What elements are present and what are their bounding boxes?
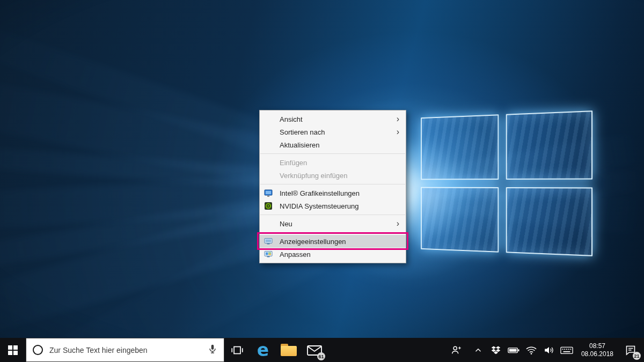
wifi-icon: [525, 344, 537, 356]
intel-graphics-icon: [264, 189, 276, 197]
windows-desktop: Ansicht › Sortieren nach › Aktualisieren…: [0, 0, 644, 362]
action-center-button[interactable]: 21: [621, 338, 640, 362]
menu-item-label: Anzeigeeinstellungen: [280, 238, 399, 246]
menu-item-label: Einfügen: [280, 159, 399, 167]
network-tray-button[interactable]: [525, 338, 538, 362]
task-view-button[interactable]: [224, 338, 250, 362]
blank-icon: [264, 158, 276, 167]
mail-badge: 61: [317, 352, 325, 360]
volume-tray-button[interactable]: [543, 338, 555, 362]
menu-item-verknuepfung-einfuegen: Verknüpfung einfügen: [260, 169, 406, 182]
people-button[interactable]: [450, 338, 463, 362]
nvidia-icon: [264, 202, 276, 210]
menu-item-anzeigeeinstellungen[interactable]: Anzeigeeinstellungen: [260, 235, 406, 248]
touch-keyboard-icon: [560, 344, 573, 356]
display-settings-icon: [264, 237, 276, 246]
windows-start-icon: [8, 345, 18, 355]
chevron-up-icon: [473, 345, 483, 355]
battery-tray-button[interactable]: [507, 338, 520, 362]
menu-separator: [260, 153, 405, 154]
taskbar-clock[interactable]: 08:57 08.06.2018: [578, 342, 617, 358]
blank-icon: [264, 171, 276, 180]
menu-item-label: Sortieren nach: [280, 128, 392, 136]
people-icon: [450, 344, 462, 356]
submenu-arrow-icon: ›: [397, 219, 399, 228]
blank-icon: [264, 141, 276, 149]
search-input[interactable]: [49, 346, 207, 354]
clock-time: 08:57: [581, 342, 613, 350]
menu-item-label: Ansicht: [280, 115, 392, 123]
menu-item-sortieren-nach[interactable]: Sortieren nach ›: [260, 125, 406, 138]
blank-icon: [264, 128, 276, 136]
menu-item-label: Neu: [280, 220, 392, 228]
menu-item-label: Verknüpfung einfügen: [280, 172, 399, 180]
submenu-arrow-icon: ›: [397, 115, 399, 123]
battery-icon: [507, 344, 520, 356]
menu-separator: [260, 184, 405, 184]
menu-item-intel-grafikeinstellungen[interactable]: Intel® Grafikeinstellungen: [260, 187, 406, 200]
touch-keyboard-button[interactable]: [560, 338, 573, 362]
edge-taskbar-button[interactable]: e: [250, 338, 276, 362]
menu-item-label: Intel® Grafikeinstellungen: [280, 189, 399, 197]
show-hidden-icons-button[interactable]: [472, 338, 485, 362]
blank-icon: [264, 115, 276, 123]
menu-item-einfuegen: Einfügen: [260, 156, 406, 169]
cortana-icon[interactable]: [33, 345, 43, 355]
blank-icon: [264, 219, 276, 228]
menu-item-anpassen[interactable]: Anpassen: [260, 248, 406, 261]
file-explorer-taskbar-button[interactable]: [276, 338, 302, 362]
folder-icon: [281, 344, 297, 356]
menu-item-ansicht[interactable]: Ansicht ›: [260, 113, 406, 125]
mail-taskbar-button[interactable]: 61: [302, 338, 327, 362]
menu-item-label: Anpassen: [280, 250, 399, 258]
taskbar-search[interactable]: [26, 338, 224, 362]
edge-icon: e: [257, 341, 269, 359]
menu-separator: [260, 232, 405, 233]
menu-separator: [260, 215, 405, 215]
action-center-badge: 21: [633, 352, 641, 360]
submenu-arrow-icon: ›: [397, 128, 399, 136]
personalization-icon: [264, 250, 276, 258]
menu-item-neu[interactable]: Neu ›: [260, 217, 406, 230]
clock-date: 08.06.2018: [581, 350, 613, 358]
system-tray: 08:57 08.06.2018 21: [450, 338, 644, 362]
dropbox-icon: [491, 345, 501, 356]
desktop-context-menu: Ansicht › Sortieren nach › Aktualisieren…: [259, 110, 406, 263]
microphone-icon[interactable]: [207, 343, 218, 358]
menu-item-label: Aktualisieren: [280, 141, 399, 149]
start-button[interactable]: [0, 338, 26, 362]
volume-icon: [543, 344, 555, 356]
menu-item-label: NVIDIA Systemsteuerung: [280, 202, 399, 210]
menu-item-nvidia-systemsteuerung[interactable]: NVIDIA Systemsteuerung: [260, 200, 406, 212]
taskbar: e 61: [0, 338, 644, 362]
task-view-icon: [230, 343, 244, 357]
dropbox-tray-button[interactable]: [489, 338, 502, 362]
menu-item-aktualisieren[interactable]: Aktualisieren: [260, 138, 406, 151]
